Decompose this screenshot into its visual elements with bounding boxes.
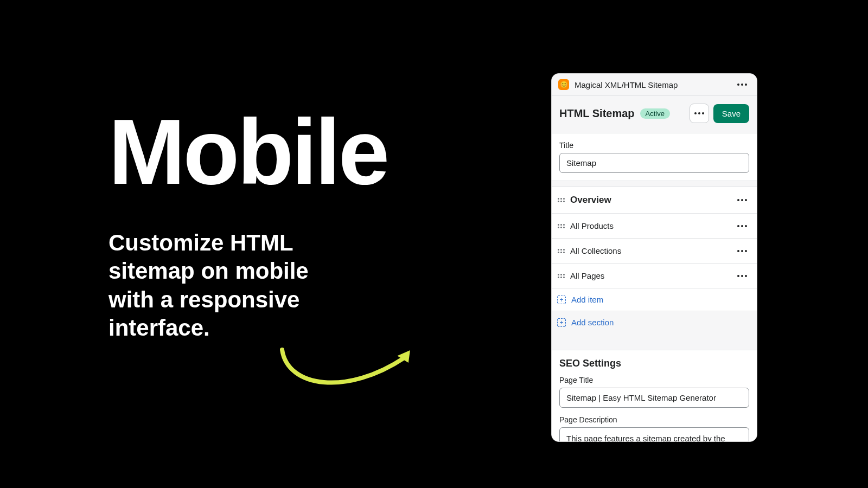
list-item[interactable]: All Collections <box>552 239 757 264</box>
list-item[interactable]: All Products <box>552 214 757 239</box>
window-title: Magical XML/HTML Sitemap <box>575 80 735 89</box>
seo-page-description-input[interactable] <box>559 427 749 442</box>
row-more-icon[interactable] <box>735 248 749 254</box>
drag-handle-icon[interactable] <box>557 274 565 278</box>
title-field-label: Title <box>559 141 749 150</box>
list-item-label: All Products <box>570 221 614 230</box>
marketing-heading: Mobile <box>108 108 434 196</box>
add-item-label: Add item <box>571 295 603 304</box>
app-icon: 😊 <box>558 79 569 90</box>
add-section-label: Add section <box>571 318 614 327</box>
add-item-icon: + <box>557 296 566 304</box>
drag-handle-icon[interactable] <box>557 249 565 253</box>
app-emoji-icon: 😊 <box>560 81 568 88</box>
more-actions-icon <box>692 110 706 117</box>
list-item[interactable]: All Pages <box>552 264 757 288</box>
page-title: HTML Sitemap <box>559 107 635 120</box>
seo-settings-card: SEO Settings Page Title Page Description <box>552 350 757 442</box>
seo-page-description-label: Page Description <box>559 415 749 424</box>
page-header: HTML Sitemap Active Save <box>552 96 757 133</box>
add-section-button[interactable]: + Add section <box>552 311 757 333</box>
section-row-more-icon[interactable] <box>735 197 749 203</box>
row-more-icon[interactable] <box>735 223 749 229</box>
overview-section: Overview All Products All Collections Al… <box>552 187 757 333</box>
row-more-icon[interactable] <box>735 273 749 279</box>
title-input[interactable] <box>559 153 749 173</box>
list-item-label: All Collections <box>570 246 621 255</box>
status-badge: Active <box>640 108 670 119</box>
section-header-row[interactable]: Overview <box>552 187 757 214</box>
marketing-subheading: Customize HTML sitemap on mobile with a … <box>108 229 326 343</box>
add-section-icon: + <box>557 318 566 327</box>
drag-handle-icon[interactable] <box>557 198 565 202</box>
seo-page-title-input[interactable] <box>559 388 749 408</box>
more-actions-button[interactable] <box>690 104 709 123</box>
seo-page-title-label: Page Title <box>559 376 749 384</box>
save-button[interactable]: Save <box>713 104 749 123</box>
drag-handle-icon[interactable] <box>557 224 565 228</box>
decorative-arrow <box>277 336 423 396</box>
marketing-copy: Mobile Customize HTML sitemap on mobile … <box>108 108 434 343</box>
section-heading: Overview <box>570 195 611 206</box>
app-window: 😊 Magical XML/HTML Sitemap HTML Sitemap … <box>551 73 757 442</box>
add-item-button[interactable]: + Add item <box>552 288 757 311</box>
window-more-icon[interactable] <box>735 81 749 88</box>
list-item-label: All Pages <box>570 271 604 280</box>
title-card: Title <box>552 133 757 181</box>
seo-heading: SEO Settings <box>559 358 749 369</box>
window-chrome: 😊 Magical XML/HTML Sitemap <box>552 74 757 96</box>
